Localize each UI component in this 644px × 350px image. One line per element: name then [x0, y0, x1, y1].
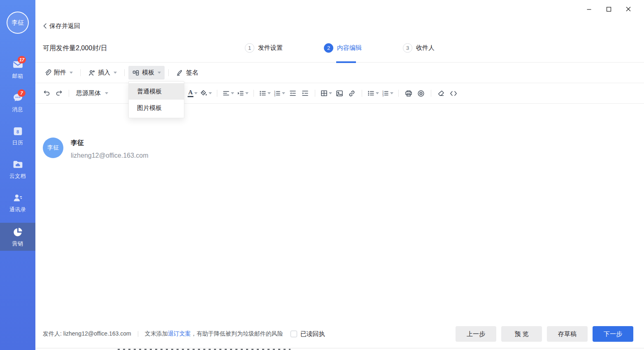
chevron-down-icon [376, 92, 379, 94]
chevron-left-icon [43, 23, 47, 29]
source-code-button[interactable] [447, 87, 460, 100]
message-badge: 7 [18, 89, 26, 97]
unsubscribe-tip-suffix: ，有助于降低被判为垃圾邮件的风险 [191, 330, 283, 338]
text-align-button[interactable] [221, 87, 235, 100]
font-color-icon: A [188, 89, 193, 98]
insert-button[interactable]: 插入 [84, 66, 121, 79]
sidebar-item-label: 通讯录 [9, 206, 26, 213]
mail-icon: 17 [12, 59, 23, 70]
maximize-button[interactable] [599, 2, 618, 16]
sidebar-item-calendar[interactable]: 8 日历 [0, 123, 35, 149]
divider [253, 90, 254, 97]
indent-button[interactable] [299, 87, 311, 100]
outdent-icon [289, 89, 297, 97]
read-receipt-checkbox[interactable] [291, 331, 297, 337]
redo-button[interactable] [53, 87, 65, 100]
paint-bucket-icon [200, 89, 208, 97]
step-number: 3 [403, 43, 412, 53]
close-button[interactable] [618, 2, 638, 16]
insert-label: 插入 [98, 69, 110, 77]
save-draft-button[interactable]: 存草稿 [547, 326, 588, 342]
font-color-button[interactable]: A [186, 87, 199, 100]
footer-actions: 上一步 预 览 存草稿 下一步 [456, 326, 633, 342]
chevron-down-icon [390, 92, 393, 94]
sender-avatar: 李征 [43, 138, 63, 158]
step-label: 发件设置 [258, 44, 283, 52]
preview-email-button[interactable]: 预 览 [501, 326, 542, 342]
image-button[interactable] [333, 87, 346, 100]
step-recipients[interactable]: 3 收件人 [403, 34, 435, 62]
email-content-editor[interactable]: 李征 李征 lizheng12@office.163.com [35, 104, 644, 321]
link-icon [348, 89, 356, 98]
bullet-list-2-button[interactable] [366, 87, 380, 100]
clipped-bottom-row [35, 348, 644, 350]
editor-toolbar-formatting: 思源黑体 U A [35, 83, 644, 104]
menu-item-image-template[interactable]: 图片模板 [129, 100, 184, 116]
target-preview-icon [417, 89, 425, 98]
chevron-down-icon [282, 92, 285, 94]
unsubscribe-copy-link[interactable]: 退订文案 [168, 330, 191, 338]
signature-pen-icon [176, 69, 184, 77]
mail-badge: 17 [18, 56, 26, 63]
chevron-down-icon [105, 92, 108, 94]
sidebar-item-clouddoc[interactable]: 云文档 [0, 156, 35, 182]
template-menu: 普通模板 图片模板 [128, 81, 184, 118]
window-titlebar [35, 0, 644, 18]
ordered-list-button[interactable]: 123 [272, 87, 286, 100]
attachment-button[interactable]: 附件 [40, 66, 77, 79]
template-icon [132, 69, 139, 77]
step-number: 1 [245, 43, 254, 53]
person-add-icon [88, 69, 95, 77]
clear-format-button[interactable] [435, 87, 447, 100]
sidebar-item-label: 日历 [12, 139, 23, 147]
steps-header: 可用发件量2,000封/日 1 发件设置 2 内容编辑 3 收件人 [35, 34, 644, 63]
template-button[interactable]: 模板 [128, 66, 165, 79]
chevron-down-icon [70, 72, 73, 74]
line-height-icon [237, 89, 244, 97]
pie-chart-icon [12, 226, 23, 238]
ordered-list-2-button[interactable]: 123 [380, 87, 395, 100]
sidebar-item-mail[interactable]: 17 邮箱 [0, 56, 35, 82]
chevron-down-icon [245, 92, 249, 94]
divider [362, 90, 362, 97]
divider [168, 69, 169, 76]
sidebar-item-label: 邮箱 [12, 72, 23, 80]
line-height-button[interactable] [235, 87, 250, 100]
user-avatar[interactable]: 李征 [7, 12, 29, 34]
template-label: 模板 [142, 69, 154, 77]
wizard-steps: 1 发件设置 2 内容编辑 3 收件人 [35, 34, 644, 62]
sidebar-item-contacts[interactable]: 通讯录 [0, 189, 35, 216]
link-button[interactable] [346, 87, 358, 100]
bullet-list-button[interactable] [258, 87, 272, 100]
step-content-edit[interactable]: 2 内容编辑 [324, 34, 362, 62]
signature-button[interactable]: 签名 [172, 66, 202, 79]
chevron-down-icon [158, 72, 161, 74]
ordered-list-icon: 123 [381, 89, 389, 97]
step-send-settings[interactable]: 1 发件设置 [245, 34, 283, 62]
contacts-icon [12, 192, 23, 204]
menu-item-normal-template[interactable]: 普通模板 [129, 83, 184, 100]
font-family-select[interactable]: 思源黑体 [73, 87, 112, 100]
image-icon [335, 89, 344, 98]
outdent-button[interactable] [286, 87, 299, 100]
print-button[interactable] [402, 87, 415, 100]
chevron-down-icon [194, 92, 198, 94]
sender-name: 李征 [71, 139, 149, 147]
undo-button[interactable] [40, 87, 53, 100]
step-label: 内容编辑 [337, 44, 362, 52]
sidebar-item-message[interactable]: 7 消息 [0, 89, 35, 116]
next-step-button[interactable]: 下一步 [593, 326, 633, 342]
previous-step-button[interactable]: 上一步 [456, 326, 496, 342]
cloud-folder-icon [12, 159, 23, 170]
highlight-color-button[interactable] [199, 87, 213, 100]
table-button[interactable] [319, 87, 333, 100]
save-and-back-link[interactable]: 保存并返回 [35, 18, 644, 34]
align-left-icon [222, 89, 230, 97]
sidebar-item-label: 营销 [12, 240, 23, 247]
preview-button[interactable] [415, 87, 427, 100]
indent-icon [301, 89, 309, 97]
eraser-icon [437, 89, 445, 98]
font-family-value: 思源黑体 [76, 89, 101, 97]
minimize-button[interactable] [579, 2, 599, 16]
sidebar-item-marketing[interactable]: 营销 [0, 223, 35, 251]
